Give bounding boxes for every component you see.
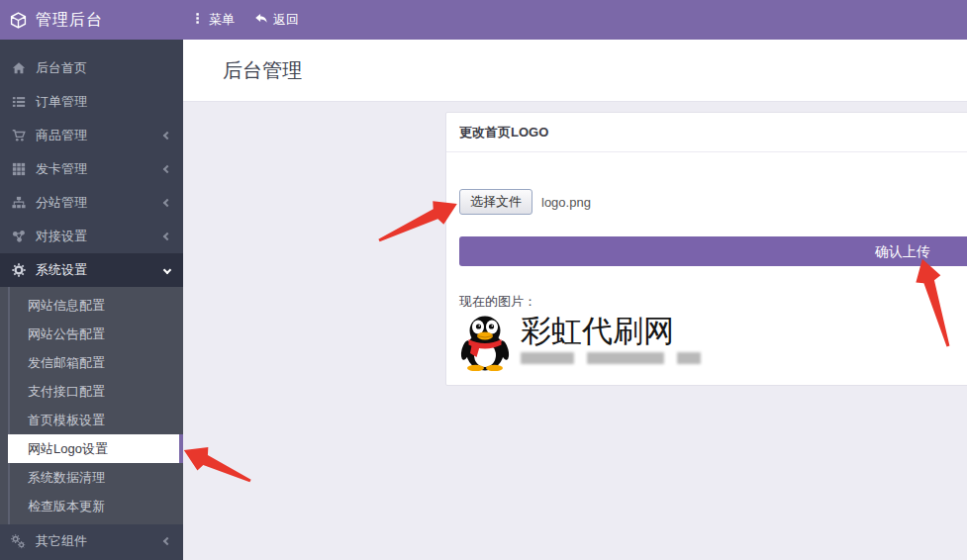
blurred-subtext	[521, 352, 701, 364]
top-nav: 菜单 返回	[191, 11, 299, 29]
submenu-item-payment-api[interactable]: 支付接口配置	[0, 377, 183, 406]
menu-toggle-label: 菜单	[209, 11, 235, 29]
content-area: 更改首页LOGO 选择文件 logo.png 确认上传 现在的图片：	[183, 102, 967, 560]
confirm-upload-button[interactable]: 确认上传	[459, 236, 967, 266]
confirm-upload-label: 确认上传	[875, 243, 930, 261]
sidebar-item-integration[interactable]: 对接设置	[0, 220, 183, 253]
cube-logo-icon	[10, 12, 27, 29]
sidebar-item-substations[interactable]: 分站管理	[0, 186, 183, 220]
file-input-row: 选择文件 logo.png	[459, 189, 967, 215]
list-icon	[10, 95, 27, 109]
blurred-text-block	[587, 352, 664, 364]
menu-dots-icon	[191, 12, 204, 28]
back-button[interactable]: 返回	[254, 11, 299, 29]
app-title: 管理后台	[36, 10, 103, 31]
selected-file-name: logo.png	[541, 195, 591, 210]
submenu-item-site-notice[interactable]: 网站公告配置	[0, 320, 183, 348]
nodes-icon	[10, 230, 27, 243]
chevron-down-icon	[163, 266, 171, 274]
system-settings-submenu: 网站信息配置 网站公告配置 发信邮箱配置 支付接口配置 首页模板设置 网站Log…	[0, 287, 183, 524]
qq-penguin-logo-icon	[459, 314, 511, 371]
card-title: 更改首页LOGO	[446, 113, 967, 152]
current-logo-text: 彩虹代刷网	[521, 316, 701, 348]
blurred-text-block	[521, 352, 574, 364]
submenu-item-version-check[interactable]: 检查版本更新	[0, 492, 183, 520]
gear-icon	[10, 263, 27, 277]
main-area: 后台管理 更改首页LOGO 选择文件 logo.png 确认上传 现在的图片：	[183, 40, 967, 560]
chevron-left-icon	[163, 165, 171, 173]
submenu-item-site-info[interactable]: 网站信息配置	[0, 291, 183, 320]
chevron-left-icon	[163, 199, 171, 207]
sidebar-item-other-components[interactable]: 其它组件	[0, 524, 183, 558]
submenu-item-site-logo[interactable]: 网站Logo设置	[8, 434, 183, 463]
sidebar-item-orders[interactable]: 订单管理	[0, 85, 183, 119]
back-button-label: 返回	[273, 11, 299, 29]
app-brand: 管理后台	[0, 10, 183, 31]
sidebar-item-system-settings[interactable]: 系统设置	[0, 253, 183, 287]
top-header: 管理后台 菜单 返回	[0, 0, 967, 40]
menu-toggle-button[interactable]: 菜单	[191, 11, 235, 29]
sitemap-icon	[10, 196, 27, 210]
back-arrow-icon	[254, 12, 268, 29]
chevron-left-icon	[163, 537, 171, 545]
cogs-icon	[10, 534, 27, 549]
sidebar-item-cards[interactable]: 发卡管理	[0, 152, 183, 186]
grid-icon	[10, 162, 27, 176]
submenu-item-data-cleanup[interactable]: 系统数据清理	[0, 463, 183, 492]
logo-settings-card: 更改首页LOGO 选择文件 logo.png 确认上传 现在的图片：	[445, 112, 967, 386]
sidebar-item-products[interactable]: 商品管理	[0, 119, 183, 152]
chevron-left-icon	[163, 233, 171, 240]
page-title: 后台管理	[223, 57, 302, 84]
choose-file-button[interactable]: 选择文件	[459, 189, 532, 215]
submenu-item-home-template[interactable]: 首页模板设置	[0, 406, 183, 434]
submenu-item-sender-email[interactable]: 发信邮箱配置	[0, 348, 183, 377]
cart-icon	[10, 129, 27, 142]
chevron-left-icon	[163, 132, 171, 140]
page-header: 后台管理	[183, 40, 967, 102]
blurred-text-block	[677, 352, 701, 364]
current-image-label: 现在的图片：	[459, 293, 967, 311]
home-icon	[10, 61, 27, 75]
current-logo-preview: 彩虹代刷网	[459, 314, 967, 371]
sidebar-item-dashboard[interactable]: 后台首页	[0, 51, 183, 85]
sidebar: 后台首页 订单管理 商品管理 发卡管理 分站管理	[0, 40, 183, 560]
